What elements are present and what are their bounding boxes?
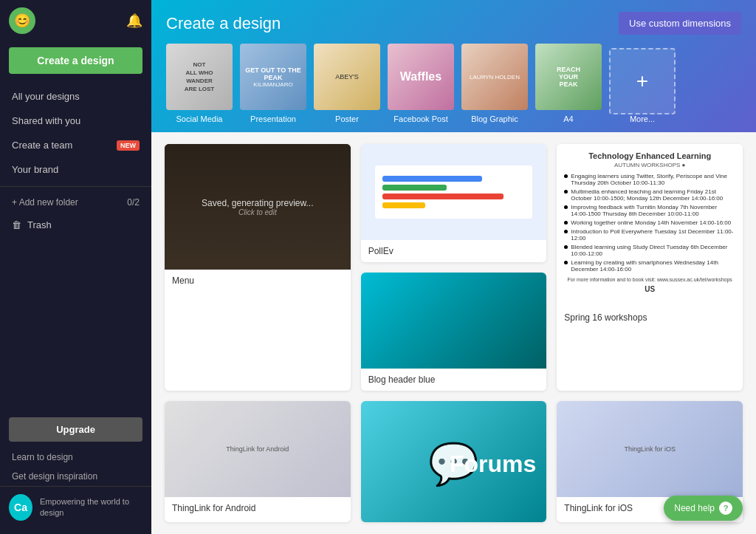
workshop-title: Technology Enhanced Learning — [564, 151, 735, 160]
menu-thumb-main-text: Saved, generating preview... — [202, 198, 313, 208]
avatar[interactable]: 😊 — [9, 7, 35, 34]
workshop-item-text-4: Working together online Monday 14th Nove… — [571, 219, 731, 226]
main-area: Create a design Use custom dimensions NO… — [151, 0, 756, 534]
thinglink-android-label: ThingLink for Android — [165, 497, 351, 519]
create-team-label: Create a team — [12, 140, 72, 151]
social-media-thumb: NOTALL WHOWANDERARE LOST — [166, 44, 233, 110]
workshop-item-5: Introduction to Poll Everywhere Tuesday … — [564, 228, 735, 242]
sidebar-item-create-team[interactable]: Create a team NEW — [0, 133, 151, 157]
templates-row: NOTALL WHOWANDERARE LOST Social Media GE… — [166, 44, 741, 132]
shared-label: Shared with you — [12, 115, 80, 126]
workshop-item-text-3: Improving feedback with Turnitin Monday … — [571, 204, 735, 217]
help-bubble[interactable]: Need help ? — [664, 496, 743, 521]
pollev-label: PollEv — [361, 240, 547, 262]
add-folder-row[interactable]: + Add new folder 0/2 — [0, 191, 151, 213]
thinglink-ios-thumb-text: ThingLink for iOS — [624, 445, 676, 453]
workshop-item-1: Engaging learners using Twitter, Storify… — [564, 173, 735, 186]
blog-graphic-thumb-text: LAURYN HOLDEN — [467, 71, 523, 83]
facebook-post-thumb: Waffles — [388, 44, 454, 110]
upgrade-button[interactable]: Upgrade — [9, 417, 142, 442]
trash-label: Trash — [27, 219, 52, 230]
design-card-thinglink-android[interactable]: ThingLink for Android ThingLink for Andr… — [165, 401, 351, 522]
design-card-pollev[interactable]: PollEv — [361, 144, 547, 262]
pollev-thumb — [361, 144, 547, 240]
trash-icon: 🗑 — [12, 219, 21, 230]
workshop-item-3: Improving feedback with Turnitin Monday … — [564, 204, 735, 217]
sidebar-nav: All your designs Shared with you Create … — [0, 80, 151, 411]
add-folder-count: 0/2 — [127, 197, 140, 208]
menu-label: Menu — [165, 270, 351, 292]
presentation-thumb-text: GET OUT TO THE PEAK KILIMANJARO — [240, 64, 306, 91]
poster-label: Poster — [335, 114, 359, 123]
pollev-bar-2 — [382, 185, 447, 191]
create-design-button[interactable]: Create a design — [9, 47, 142, 74]
workshop-item-4: Working together online Monday 14th Nove… — [564, 219, 735, 226]
blog-graphic-label: Blog Graphic — [471, 114, 518, 123]
thinglink-ios-thumb: ThingLink for iOS — [557, 401, 743, 497]
sidebar-brand: Ca Empowering the world to design — [0, 486, 151, 528]
design-card-menu[interactable]: Saved, generating preview... Click to ed… — [165, 144, 351, 391]
design-card-workshop[interactable]: Technology Enhanced Learning AUTUMN WORK… — [557, 144, 743, 391]
page-title: Create a design — [166, 14, 281, 33]
poster-thumb-text: ABEY'S — [332, 70, 362, 83]
pollev-bar-3 — [382, 194, 504, 199]
workshop-uni-logo: US — [564, 285, 735, 293]
social-media-thumb-text: NOTALL WHOWANDERARE LOST — [182, 58, 217, 97]
sidebar-item-shared[interactable]: Shared with you — [0, 109, 151, 133]
workshop-item-6: Blended learning using Study Direct Tues… — [564, 244, 735, 257]
design-card-blog-header[interactable]: Blog header blue — [361, 273, 547, 391]
workshop-item-text-7: Learning by creating with smartphones We… — [571, 259, 735, 273]
template-social-media[interactable]: NOTALL WHOWANDERARE LOST Social Media — [166, 44, 233, 123]
workshop-dot-6 — [564, 245, 568, 249]
thinglink-android-thumb: ThingLink for Android — [165, 401, 351, 497]
a4-thumb-text: REACHYOURPEAK — [554, 63, 583, 91]
presentation-thumb: GET OUT TO THE PEAK KILIMANJARO — [240, 44, 306, 110]
social-media-label: Social Media — [176, 114, 223, 123]
bell-icon[interactable]: 🔔 — [126, 13, 142, 29]
blog-header-thumb — [361, 273, 547, 369]
workshop-dot-4 — [564, 221, 568, 225]
template-facebook-post[interactable]: Waffles Facebook Post — [388, 44, 454, 123]
add-folder-label: + Add new folder — [12, 197, 78, 208]
workshop-dot-1 — [564, 174, 568, 178]
new-badge: NEW — [117, 140, 140, 151]
template-poster[interactable]: ABEY'S Poster — [314, 44, 380, 123]
trash-row[interactable]: 🗑 Trash — [0, 213, 151, 236]
sidebar-item-all-designs[interactable]: All your designs — [0, 84, 151, 109]
workshop-item-text-2: Multimedia enhanced teaching and learnin… — [571, 188, 735, 202]
forums-text: Forums — [450, 451, 536, 478]
workshop-dot-3 — [564, 205, 568, 209]
template-more[interactable]: + More... — [609, 48, 676, 123]
sidebar-item-your-brand[interactable]: Your brand — [0, 157, 151, 182]
all-designs-label: All your designs — [12, 91, 80, 102]
workshop-label: Spring 16 workshops — [557, 307, 743, 329]
inspire-link[interactable]: Get design inspiration — [0, 467, 151, 486]
a4-label: A4 — [563, 114, 573, 123]
facebook-post-label: Facebook Post — [394, 114, 447, 123]
help-icon: ? — [719, 502, 732, 515]
workshop-item-text-5: Introduction to Poll Everywhere Tuesday … — [571, 228, 735, 242]
pollev-bar-1 — [382, 176, 483, 182]
design-card-forums[interactable]: 💬 Forums Forums — [361, 401, 547, 522]
template-a4[interactable]: REACHYOURPEAK A4 — [535, 44, 602, 123]
workshop-item-7: Learning by creating with smartphones We… — [564, 259, 735, 273]
presentation-label: Presentation — [250, 114, 296, 123]
workshop-item-2: Multimedia enhanced teaching and learnin… — [564, 188, 735, 202]
workshop-sub: AUTUMN WORKSHOPS ● — [564, 162, 735, 168]
top-banner-header: Create a design Use custom dimensions — [166, 12, 741, 35]
custom-dimensions-button[interactable]: Use custom dimensions — [619, 12, 741, 35]
sidebar: 😊 🔔 Create a design All your designs Sha… — [0, 0, 151, 534]
learn-link[interactable]: Learn to design — [0, 448, 151, 467]
canva-logo: Ca — [9, 494, 32, 521]
workshop-item-text-1: Engaging learners using Twitter, Storify… — [571, 173, 735, 186]
workshop-thumb: Technology Enhanced Learning AUTUMN WORK… — [557, 144, 743, 307]
template-presentation[interactable]: GET OUT TO THE PEAK KILIMANJARO Presenta… — [240, 44, 306, 123]
content-area: Saved, generating preview... Click to ed… — [151, 132, 756, 534]
template-blog-graphic[interactable]: LAURYN HOLDEN Blog Graphic — [461, 44, 528, 123]
more-thumb[interactable]: + — [609, 48, 676, 114]
sidebar-header: 😊 🔔 — [0, 0, 151, 41]
workshop-footer: For more information and to book visit: … — [564, 277, 735, 282]
pollev-inner — [375, 165, 533, 219]
blog-header-label: Blog header blue — [361, 369, 547, 391]
brand-text: Empowering the world to design — [40, 496, 142, 519]
